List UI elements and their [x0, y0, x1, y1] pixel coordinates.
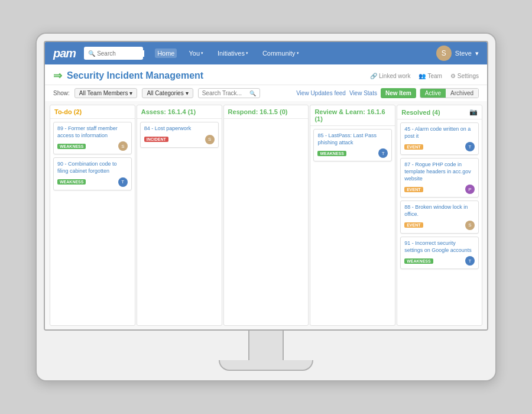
- column-assess-header: Assess: 16.1.4 (1): [137, 105, 222, 119]
- column-review-header: Review & Learn: 16.1.6 (1): [310, 105, 395, 126]
- card-88[interactable]: 88 - Broken window lock in office. EVENT…: [400, 200, 479, 233]
- nav-you[interactable]: You ▾: [186, 48, 206, 58]
- track-search[interactable]: 🔍: [198, 88, 260, 98]
- page-title: Security Incident Management: [67, 70, 203, 81]
- card-85-avatar: T: [378, 148, 388, 158]
- monitor-stand-base: [219, 360, 313, 371]
- card-89[interactable]: 89 - Former staff member access to infor…: [53, 122, 132, 154]
- card-85-tag: WEAKNESS: [317, 151, 346, 156]
- page-header-actions: 🔗 Linked work 👥 Team ⚙ Settings: [370, 73, 479, 79]
- new-item-button[interactable]: New Item: [381, 88, 416, 98]
- column-assess: Assess: 16.1.4 (1) 84 - Lost paperwork I…: [137, 105, 222, 326]
- card-87[interactable]: 87 - Rogue PHP code in template headers …: [400, 158, 479, 198]
- card-84-title: 84 - Lost paperwork: [144, 125, 215, 132]
- card-87-tag: EVENT: [404, 187, 423, 192]
- card-91-tag: WEAKNESS: [404, 258, 433, 264]
- search-box[interactable]: 🔍: [84, 47, 143, 60]
- track-search-input[interactable]: [202, 90, 249, 96]
- nav-community[interactable]: Community ▾: [260, 48, 301, 58]
- view-updates-link[interactable]: View Updates feed: [296, 90, 346, 96]
- monitor-stand-neck: [248, 331, 284, 360]
- track-search-icon: 🔍: [249, 90, 256, 96]
- card-89-title: 89 - Former staff member access to infor…: [57, 125, 128, 139]
- user-name: Steve: [455, 50, 472, 57]
- monitor-outer: pam 🔍 Home You ▾ Initiatives ▾ Communi: [35, 33, 497, 381]
- monitor-screen: pam 🔍 Home You ▾ Initiatives ▾ Communi: [44, 41, 488, 331]
- card-88-avatar: S: [465, 221, 475, 230]
- nav-links: Home You ▾ Initiatives ▾ Community ▾: [155, 48, 436, 58]
- page-header: ⇒ Security Incident Management 🔗 Linked …: [45, 64, 487, 85]
- you-caret: ▾: [201, 51, 203, 56]
- page-title-area: ⇒ Security Incident Management: [53, 69, 203, 82]
- brand-logo: pam: [53, 47, 76, 60]
- card-90-title: 90 - Combination code to filing cabinet …: [57, 161, 128, 174]
- community-caret: ▾: [297, 51, 299, 56]
- toolbar: Show: All Team Members ▾ All Categories …: [45, 85, 487, 101]
- page-title-icon: ⇒: [53, 69, 62, 82]
- linked-work-link[interactable]: 🔗 Linked work: [370, 73, 410, 79]
- card-85-title: 85 - LastPass: Last Pass phishing attack: [317, 132, 388, 146]
- card-88-tag: EVENT: [404, 222, 423, 228]
- card-90-footer: WEAKNESS T: [57, 177, 128, 187]
- column-review-body: 85 - LastPass: Last Pass phishing attack…: [310, 126, 395, 325]
- card-45-tag: EVENT: [404, 144, 423, 150]
- search-input[interactable]: [97, 50, 144, 57]
- card-85[interactable]: 85 - LastPass: Last Pass phishing attack…: [313, 129, 392, 161]
- search-icon: 🔍: [88, 50, 95, 57]
- team-icon: 👥: [419, 73, 426, 79]
- column-respond-header: Respond: 16.1.5 (0): [224, 105, 309, 119]
- categories-filter[interactable]: All Categories ▾: [142, 88, 193, 98]
- active-archived-toggle: Active Archived: [420, 88, 479, 98]
- card-85-footer: WEAKNESS T: [317, 148, 388, 158]
- camera-icon: 📷: [469, 108, 478, 116]
- team-link[interactable]: 👥 Team: [419, 73, 442, 79]
- card-45-title: 45 - Alarm code written on a post it: [404, 126, 475, 140]
- filter2-caret: ▾: [186, 90, 189, 96]
- kanban-board: To-do (2) 89 - Former staff member acces…: [45, 101, 487, 329]
- toolbar-right: View Updates feed View Stats New Item Ac…: [296, 88, 479, 98]
- avatar: S: [436, 46, 452, 61]
- navbar: pam 🔍 Home You ▾ Initiatives ▾ Communi: [45, 42, 487, 64]
- card-45[interactable]: 45 - Alarm code written on a post it EVE…: [400, 122, 479, 155]
- column-resolved: Resolved (4) 📷 45 - Alarm code written o…: [397, 105, 482, 326]
- card-91-footer: WEAKNESS T: [404, 256, 475, 266]
- team-members-filter[interactable]: All Team Members ▾: [74, 88, 138, 98]
- initiatives-caret: ▾: [246, 51, 248, 56]
- nav-initiatives[interactable]: Initiatives ▾: [215, 48, 251, 58]
- column-todo-body: 89 - Former staff member access to infor…: [50, 119, 135, 325]
- show-label: Show:: [53, 90, 70, 96]
- column-assess-body: 84 - Lost paperwork INCIDENT S: [137, 119, 222, 325]
- card-84[interactable]: 84 - Lost paperwork INCIDENT S: [140, 122, 219, 148]
- card-88-footer: EVENT S: [404, 221, 475, 230]
- card-90-avatar: T: [118, 177, 128, 187]
- card-45-footer: EVENT T: [404, 142, 475, 151]
- card-87-footer: EVENT P: [404, 185, 475, 194]
- view-stats-link[interactable]: View Stats: [349, 90, 377, 96]
- card-89-tag: WEAKNESS: [57, 144, 86, 149]
- user-caret: ▾: [475, 50, 479, 57]
- settings-link[interactable]: ⚙ Settings: [450, 73, 479, 79]
- column-review: Review & Learn: 16.1.6 (1) 85 - LastPass…: [310, 105, 395, 326]
- card-87-avatar: P: [465, 185, 475, 194]
- column-respond-body: [224, 119, 309, 325]
- settings-icon: ⚙: [450, 73, 456, 79]
- card-89-avatar: S: [118, 141, 128, 151]
- column-resolved-header: Resolved (4) 📷: [397, 105, 482, 119]
- column-resolved-body: 45 - Alarm code written on a post it EVE…: [397, 119, 482, 325]
- card-88-title: 88 - Broken window lock in office.: [404, 204, 475, 218]
- archived-button[interactable]: Archived: [446, 89, 478, 98]
- column-todo-header: To-do (2): [50, 105, 135, 119]
- card-90[interactable]: 90 - Combination code to filing cabinet …: [53, 157, 132, 190]
- card-89-footer: WEAKNESS S: [57, 141, 128, 151]
- column-respond: Respond: 16.1.5 (0): [223, 105, 309, 326]
- card-91-avatar: T: [465, 256, 475, 266]
- nav-home[interactable]: Home: [155, 48, 177, 58]
- card-87-title: 87 - Rogue PHP code in template headers …: [404, 161, 475, 182]
- card-91-title: 91 - Incorrect security settings on Goog…: [404, 240, 475, 254]
- card-84-footer: INCIDENT S: [144, 135, 215, 144]
- user-menu[interactable]: S Steve ▾: [436, 46, 479, 61]
- active-button[interactable]: Active: [420, 89, 446, 98]
- card-90-tag: WEAKNESS: [57, 179, 86, 185]
- card-84-tag: INCIDENT: [144, 137, 168, 142]
- card-91[interactable]: 91 - Incorrect security settings on Goog…: [400, 237, 479, 269]
